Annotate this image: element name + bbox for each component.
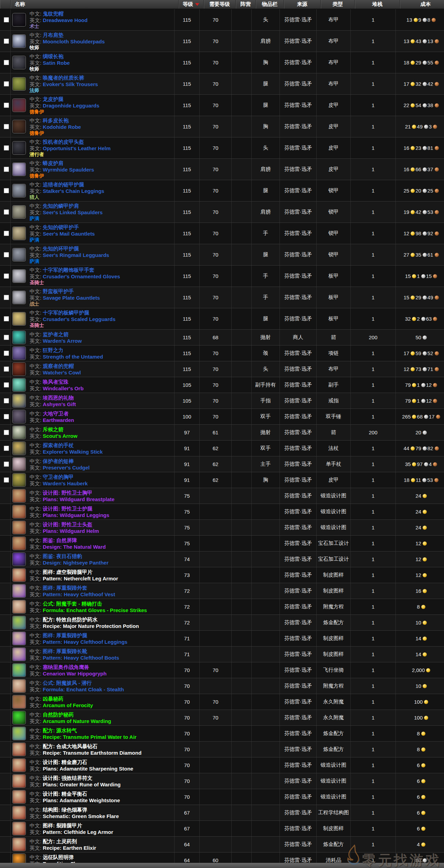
item-icon[interactable] [12,837,27,852]
item-name-en-link[interactable]: Crusader's Ornamented Gloves [43,273,120,279]
item-name-cn-link[interactable]: 鬼纹兜帽 [43,11,63,17]
item-name-en-link[interactable]: Formula: Enchant Gloves - Precise Strike… [43,607,147,613]
item-name-en-link[interactable]: Schematic: Green Smoke Flare [43,813,119,819]
row-checkbox[interactable] [4,366,9,372]
source-cell[interactable]: 芬德雷·迅矛 [280,456,317,472]
item-name-cn-link[interactable]: 设计图: 野性卫士胸甲 [43,490,92,496]
item-name-cn-link[interactable]: 先知的环甲护腿 [43,246,79,251]
item-name-en-link[interactable]: Evoker's Silk Trousers [43,81,98,87]
item-icon[interactable] [12,12,27,27]
item-name-en-link[interactable]: Plans: Adamantite Sharpening Stone [43,766,133,772]
source-cell[interactable]: 芬德雷·迅矛 [280,837,317,852]
item-name-cn-link[interactable]: 配方: 特效自然防护药水 [43,617,97,622]
source-cell[interactable]: 芬德雷·迅矛 [280,536,317,551]
source-cell[interactable]: 芬德雷·迅矛 [280,441,317,456]
item-name-cn-link[interactable]: 埃西恩的礼物 [43,395,74,401]
source-cell[interactable]: 芬德雷·迅矛 [280,726,317,741]
item-name-en-link[interactable]: Recipe: Transmute Primal Water to Air [43,734,136,740]
source-cell[interactable]: 芬德雷·迅矛 [280,520,317,535]
row-checkbox[interactable] [4,60,9,65]
source-cell[interactable]: 芬德雷·迅矛 [280,137,317,158]
item-name-cn-link[interactable]: 配方: 合成大地风暴钻石 [43,743,97,749]
source-cell[interactable]: 芬德雷·迅矛 [280,631,317,646]
item-icon[interactable] [12,694,27,709]
item-name-cn-link[interactable]: 大地守卫者 [43,411,68,416]
item-name-en-link[interactable]: Plans: Greater Rune of Warding [43,782,120,787]
column-header-2[interactable]: 等级 [179,0,204,9]
item-icon[interactable] [12,226,27,241]
item-name-cn-link[interactable]: 十字军的板鳞甲护腿 [43,310,89,316]
item-name-cn-link[interactable]: 配方: 源水转气 [43,727,77,733]
item-name-cn-link[interactable]: 十字军的雕饰板甲手套 [43,267,94,273]
column-header-1[interactable]: 名称 [11,0,179,9]
row-checkbox[interactable] [4,398,9,403]
source-cell[interactable]: 芬德雷·迅矛 [280,180,317,201]
item-name-cn-link[interactable]: 绸缎长袍 [43,53,63,59]
item-name-en-link[interactable]: Wyrmhide Spaulders [43,167,94,173]
item-name-cn-link[interactable]: 设计图: 野性卫士头盔 [43,521,92,527]
item-name-en-link[interactable]: Windcaller's Orb [43,385,83,391]
item-name-en-link[interactable]: Arcanum of Ferocity [43,702,93,708]
item-icon[interactable] [12,393,27,408]
source-cell[interactable]: 芬德雷·迅矛 [280,266,317,287]
source-cell[interactable]: 芬德雷·迅矛 [280,567,317,583]
item-icon[interactable] [12,330,27,345]
item-name-cn-link[interactable]: 图样: 虚空裂蹄腿甲片 [43,569,92,575]
item-icon[interactable] [12,119,27,134]
source-cell[interactable]: 芬德雷·迅矛 [280,361,317,377]
source-cell[interactable]: 芬德雷·迅矛 [280,31,317,52]
item-icon[interactable] [12,269,27,283]
item-name-en-link[interactable]: Plans: Adamantite Weightstone [43,797,120,803]
item-icon[interactable] [12,615,27,630]
item-name-cn-link[interactable]: 公式: 附魔披风 - 潜行 [43,680,92,686]
item-icon[interactable] [12,789,27,804]
item-name-en-link[interactable]: Mooncloth Shoulderpads [43,39,105,44]
item-name-cn-link[interactable]: 图样: 裂蹄腿甲片 [43,823,82,828]
item-icon[interactable] [12,473,27,487]
item-icon[interactable] [12,536,27,551]
source-cell[interactable]: 芬德雷·迅矛 [280,710,317,725]
row-checkbox[interactable] [4,273,9,279]
item-name-en-link[interactable]: Seer's Mail Gauntlets [43,231,95,237]
row-checkbox[interactable] [4,145,9,151]
item-name-en-link[interactable]: Recipe: Earthen Elixir [43,845,96,851]
column-header-5[interactable]: 物品栏 [256,0,284,9]
item-name-en-link[interactable]: Plans: Wildguard Helm [43,528,99,534]
row-checkbox[interactable] [4,446,9,451]
item-name-cn-link[interactable]: 结构图: 绿色烟幕弹 [43,807,87,813]
source-cell[interactable]: 芬德雷·迅矛 [280,488,317,504]
item-name-cn-link[interactable]: 狂野之力 [43,347,63,353]
item-icon[interactable] [12,552,27,567]
source-cell[interactable]: 芬德雷·迅矛 [280,73,317,94]
item-name-cn-link[interactable]: 塞纳里奥作战角鹰兽 [43,664,89,670]
column-header-6[interactable]: 来源 [284,0,321,9]
item-name-cn-link[interactable]: 科多皮长袍 [43,117,68,123]
item-icon[interactable] [12,247,27,262]
row-checkbox[interactable] [4,335,9,340]
item-name-en-link[interactable]: Dragonhide Legguards [43,103,99,108]
row-checkbox[interactable] [4,103,9,108]
item-name-en-link[interactable]: Ashyen's Gift [43,401,76,407]
source-cell[interactable]: 芬德雷·迅矛 [280,409,317,424]
column-header-3[interactable]: 需要等级 [204,0,236,9]
source-cell[interactable]: 芬德雷·迅矛 [280,504,317,519]
item-name-cn-link[interactable]: 监护者之箭 [43,331,68,337]
item-name-en-link[interactable]: Satin Robe [43,60,70,66]
item-icon[interactable] [12,378,27,392]
source-cell[interactable]: 芬德雷·迅矛 [280,647,317,662]
item-icon[interactable] [12,663,27,678]
source-cell[interactable]: 芬德雷·迅矛 [280,773,317,789]
item-name-cn-link[interactable]: 月布肩垫 [43,32,63,38]
row-checkbox[interactable] [4,81,9,86]
item-name-en-link[interactable]: Explorer's Walking Stick [43,449,103,455]
item-name-en-link[interactable]: Pattern: Heavy Clefthoof Leggings [43,639,127,645]
item-name-en-link[interactable]: Design: Nightseye Panther [43,560,108,566]
item-name-en-link[interactable]: Crusader's Scaled Legguards [43,316,115,322]
row-checkbox[interactable] [4,124,9,129]
row-checkbox[interactable] [4,17,9,22]
item-name-cn-link[interactable]: 先知的鳞甲护肩 [43,203,79,209]
item-icon[interactable] [12,141,27,155]
item-icon[interactable] [12,710,27,725]
item-icon[interactable] [12,441,27,456]
source-cell[interactable]: 芬德雷·迅矛 [280,377,317,393]
